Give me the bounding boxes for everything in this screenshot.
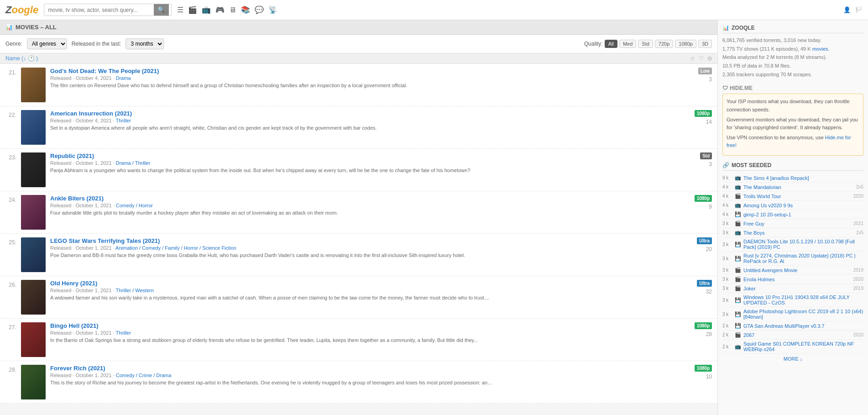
- stat-line: 1,775 TV shows (211 K episodes), 49 K mo…: [722, 45, 863, 53]
- seeded-detail: 2x5: [856, 184, 863, 189]
- movie-number: 28.: [5, 365, 16, 373]
- quality-btn-std[interactable]: Std: [638, 40, 653, 48]
- genre-link[interactable]: Drama / Thriller: [116, 160, 151, 166]
- seed-count: 28: [706, 331, 712, 337]
- quality-btn-1080p[interactable]: 1080p: [675, 40, 696, 48]
- seeded-item: 4 k 🎬 Trolls World Tour 2020: [722, 192, 863, 201]
- movie-title[interactable]: God's Not Dead: We The People (2021): [50, 68, 159, 74]
- movie-title[interactable]: Old Henry (2021): [50, 280, 97, 287]
- movie-poster[interactable]: [21, 322, 46, 357]
- movie-poster[interactable]: [21, 237, 46, 272]
- movie-poster[interactable]: [21, 365, 46, 399]
- type-icon: 💾: [735, 242, 741, 247]
- movie-right: Std 3: [700, 152, 712, 168]
- genre-link[interactable]: Animation / Comedy / Family / Horror / S…: [115, 245, 236, 251]
- genre-link[interactable]: Thriller: [116, 330, 131, 336]
- film-icon[interactable]: 🎬: [188, 5, 197, 14]
- poster-placeholder: [21, 195, 46, 230]
- genre-link[interactable]: Comedy / Horror: [116, 203, 153, 208]
- movie-number: 26.: [5, 280, 16, 288]
- movie-title[interactable]: Forever Rich (2021): [50, 365, 105, 372]
- more-link[interactable]: MORE ↓: [722, 356, 863, 362]
- chat-icon[interactable]: 💬: [255, 5, 264, 14]
- type-icon: 📺: [735, 344, 741, 350]
- movie-poster[interactable]: [21, 280, 46, 315]
- seeded-title[interactable]: Windows 10 Pro 21H1 19043.928 x64 DE JUL…: [743, 294, 863, 305]
- seeded-title[interactable]: Among Us v2020 9 9s: [743, 203, 863, 208]
- col-name[interactable]: Name (↓ 🕐 ): [5, 55, 690, 62]
- seeded-title[interactable]: The Sims 4 [anadius Repack]: [743, 175, 863, 181]
- seeded-item: 3 k 💾 DAEMON Tools Lite 10.5.1.229 / 10.…: [722, 237, 863, 252]
- seeded-title[interactable]: Untitled Avengers Movie: [743, 268, 851, 273]
- genre-link[interactable]: Thriller / Western: [116, 288, 154, 293]
- seeded-title[interactable]: 2067: [743, 332, 851, 338]
- seeded-title[interactable]: Joker: [743, 286, 851, 291]
- flag-icon[interactable]: 🏳️: [855, 6, 863, 13]
- seeded-detail: 2021: [853, 221, 863, 226]
- search-button[interactable]: 🔍: [154, 4, 169, 16]
- quality-badge: Low: [698, 68, 712, 74]
- genre-select[interactable]: All genres: [27, 38, 67, 49]
- type-icon: 🎬: [735, 221, 741, 226]
- genre-link[interactable]: Drama: [116, 75, 131, 81]
- type-icon: 💾: [735, 256, 741, 262]
- rss-icon[interactable]: 📡: [268, 5, 277, 14]
- type-icon: 💾: [735, 211, 741, 217]
- hideme-link[interactable]: Hide.me for free!: [727, 135, 851, 148]
- movie-title[interactable]: American Insurrection (2021): [50, 110, 132, 117]
- seeded-title[interactable]: Adobe Photoshop Lightroom CC 2019 v8 2 1…: [743, 309, 863, 320]
- seeded-item: 9 k 📺 The Sims 4 [anadius Repack]: [722, 173, 863, 183]
- movie-title[interactable]: Bingo Hell (2021): [50, 322, 98, 329]
- list-icon[interactable]: ☰: [177, 5, 183, 14]
- genre-link[interactable]: Thriller: [116, 118, 131, 123]
- seeded-title[interactable]: gimp-2 10 20-setup-1: [743, 212, 863, 217]
- seeded-count: 4 k: [722, 194, 732, 199]
- seeded-title[interactable]: Rust [v 2274, Christmas 2020 Update] (20…: [743, 253, 863, 264]
- quality-btn-720p[interactable]: 720p: [655, 40, 673, 48]
- nav-icons: ☰ 🎬 📺 🎮 🖥 📚 💬 📡: [177, 5, 277, 14]
- seeded-title[interactable]: The Mandalorian: [743, 184, 854, 190]
- seeded-title[interactable]: DAEMON Tools Lite 10.5.1.229 / 10.10.0.7…: [743, 239, 863, 250]
- movie-title[interactable]: Ankle Biters (2021): [50, 195, 104, 202]
- logo[interactable]: Zoogle: [5, 4, 38, 16]
- quality-btn-med[interactable]: Med: [619, 40, 636, 48]
- seeded-title[interactable]: The Boys: [743, 230, 854, 236]
- movie-poster[interactable]: [21, 110, 46, 145]
- movie-title[interactable]: LEGO Star Wars Terrifying Tales (2021): [50, 237, 160, 244]
- movie-item: 21. God's Not Dead: We The People (2021)…: [0, 64, 717, 106]
- quality-btn-all[interactable]: All: [605, 40, 617, 48]
- seeded-title[interactable]: GTA San Andreas MultiPlayer v0.3.7: [743, 323, 863, 329]
- seeded-detail: 2x5: [856, 230, 863, 235]
- seeded-title[interactable]: Trolls World Tour: [743, 194, 851, 199]
- monitor-icon[interactable]: 🖥: [229, 6, 236, 14]
- seeded-title[interactable]: Free Guy: [743, 221, 851, 226]
- quality-btn-3d[interactable]: 3D: [698, 40, 712, 48]
- user-icon[interactable]: 👤: [843, 6, 851, 13]
- movie-item: 28. Forever Rich (2021) Released · Octob…: [0, 361, 717, 404]
- movie-meta: Released · October 1, 2021 · Thriller / …: [50, 288, 692, 293]
- seeded-item: 3 k 💾 Rust [v 2274, Christmas 2020 Updat…: [722, 252, 863, 266]
- section-header: 📊 MOVIES – ALL: [0, 20, 717, 35]
- seeded-count: 3 k: [722, 268, 732, 273]
- movies-link[interactable]: movies: [812, 46, 828, 52]
- seeded-title[interactable]: Enola Holmes: [743, 277, 851, 282]
- search-input[interactable]: [44, 5, 154, 16]
- seeded-item: 2 k 📺 Squid Game S01 COMPLETE KOREAN 720…: [722, 340, 863, 354]
- movie-title[interactable]: Republic (2021): [50, 152, 94, 159]
- movie-info: Republic (2021) Released · October 1, 20…: [50, 152, 695, 174]
- movie-poster[interactable]: [21, 195, 46, 230]
- tv-icon[interactable]: 📺: [202, 5, 211, 14]
- book-icon[interactable]: 📚: [241, 5, 250, 14]
- movie-info: Forever Rich (2021) Released · October 1…: [50, 365, 690, 386]
- movie-poster[interactable]: [21, 152, 46, 187]
- movie-item: 26. Old Henry (2021) Released · October …: [0, 276, 717, 319]
- release-select[interactable]: 3 months: [125, 38, 164, 49]
- seeded-title[interactable]: Squid Game S01 COMPLETE KOREAN 720p NF W…: [743, 341, 863, 352]
- movie-number: 25.: [5, 237, 16, 246]
- movie-right: 1080p 9: [695, 195, 712, 210]
- movie-info: American Insurrection (2021) Released · …: [50, 110, 690, 131]
- game-icon[interactable]: 🎮: [215, 5, 225, 14]
- seed-count: 3: [709, 161, 712, 168]
- movie-poster[interactable]: [21, 68, 46, 102]
- genre-link[interactable]: Comedy / Crime / Drama: [116, 373, 172, 378]
